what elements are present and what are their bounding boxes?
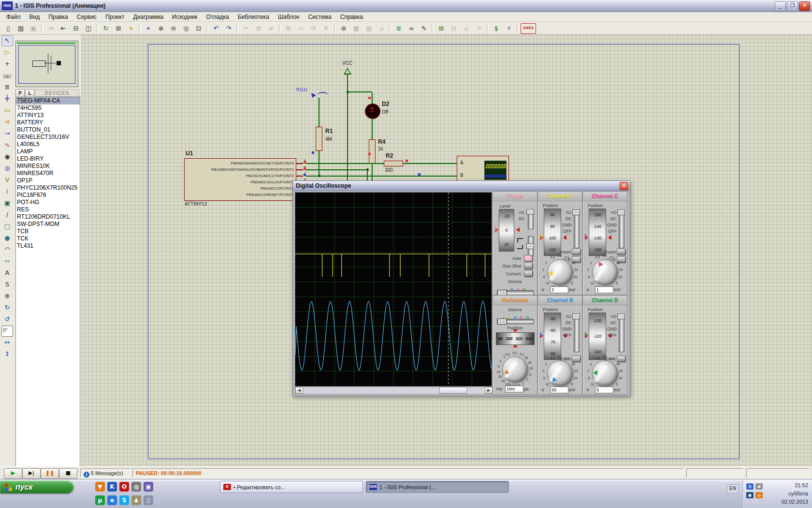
origin-button[interactable]: + (125, 23, 137, 34)
generator-tool[interactable]: ◎ (1, 163, 13, 174)
kmplayer-icon[interactable]: K (107, 482, 117, 492)
task-button-2[interactable]: ISIS1 - ISIS Professional (... (366, 481, 509, 493)
device-item[interactable]: MINRES470R (16, 170, 80, 177)
bill-of-materials-button[interactable]: $ (491, 23, 502, 34)
angle-box[interactable]: 0° (1, 326, 13, 337)
device-item[interactable]: L4006L5 (16, 141, 80, 148)
coupling-slider-thumb[interactable] (526, 243, 534, 249)
position-adjust-icon[interactable]: ↕ (538, 233, 543, 239)
opera-icon[interactable]: O (119, 482, 129, 492)
coupling-slider-thumb[interactable] (526, 209, 534, 215)
export-section-button[interactable]: ⇤ (58, 23, 69, 34)
invert-button[interactable] (572, 249, 580, 255)
minimize-button[interactable]: _ (775, 1, 786, 11)
2d-marker-tool[interactable]: ⊕ (1, 291, 13, 302)
open-file-button[interactable]: ▤ (15, 23, 27, 34)
device-item[interactable]: BATTERY (16, 119, 80, 126)
network-icon[interactable]: ⧉ (746, 483, 754, 490)
coupling-slider-thumb[interactable] (617, 209, 625, 215)
undo-button[interactable]: ↶ (210, 23, 222, 34)
device-item[interactable]: ATTINY13 (16, 112, 80, 119)
menu-item-6[interactable]: Диаграмма (129, 13, 167, 21)
search-tag-button[interactable]: ∞ (406, 23, 417, 34)
language-indicator[interactable]: EN (727, 484, 739, 493)
bus-tool[interactable]: ╪ (1, 93, 13, 105)
source-slider-track[interactable] (497, 319, 534, 324)
updater-icon[interactable]: ◎ (755, 492, 763, 498)
zoom-out-button[interactable]: ⊖ (168, 23, 179, 34)
device-item[interactable]: BUTTON_01 (16, 126, 80, 134)
device-item[interactable]: PIC16F676 (16, 192, 80, 199)
step-button[interactable]: ▶| (22, 468, 41, 479)
device-item[interactable]: MINRES10K (16, 163, 80, 170)
phone-icon[interactable]: ▯ (144, 495, 153, 505)
component-tool[interactable]: ▷ (1, 47, 13, 58)
2d-line-tool[interactable]: ∕ (1, 209, 13, 221)
cursors-button[interactable] (524, 270, 533, 277)
ie-icon[interactable]: e (107, 495, 117, 505)
coupling-slider-thumb[interactable] (572, 209, 580, 215)
menu-item-3[interactable]: Правка (44, 13, 72, 21)
zoom-area-button[interactable]: ⊡ (193, 23, 204, 34)
coupling-slider-track[interactable] (574, 209, 580, 248)
text-script-tool[interactable]: ≣ (1, 82, 13, 93)
horizontal-position-gauge[interactable]: 40330320310 (496, 332, 535, 345)
invert-button[interactable] (617, 249, 625, 255)
menu-item-10[interactable]: Шаблон (274, 13, 304, 21)
selection-tool[interactable]: ↖ (1, 35, 13, 46)
start-button[interactable]: пуск (0, 480, 73, 493)
position-gauge[interactable]: 8090100110 (544, 209, 561, 256)
u1-component[interactable]: PB0/MOSI/AIN0/OC0A/TXD/PCINT0PB1/MISO/IN… (184, 158, 296, 201)
save-tool-icon[interactable]: ▣ (144, 482, 153, 492)
oscilloscope-window[interactable]: Digital Oscilloscope ✕ ◀ ▶ TriggerLevel-… (292, 180, 630, 396)
netlist-to-ares-button[interactable]: ARES (521, 23, 536, 34)
device-item[interactable]: GENELECT10U16V (16, 134, 80, 141)
position-adjust-icon[interactable]: ↕ (583, 233, 588, 239)
device-item[interactable]: TL431 (16, 242, 80, 250)
coupling-slider-track[interactable] (619, 314, 624, 352)
oscilloscope-titlebar[interactable]: Digital Oscilloscope (293, 181, 630, 191)
monitor-icon[interactable]: ▣ (746, 492, 754, 498)
volume-icon[interactable]: ◉ (755, 483, 763, 490)
device-item[interactable]: POT-HG (16, 199, 80, 206)
junction-dot-tool[interactable]: + (1, 59, 13, 70)
device-item[interactable]: TCK (16, 235, 80, 242)
device-pin-tool[interactable]: ⊸ (1, 128, 13, 139)
2d-symbol-tool[interactable]: S (1, 279, 13, 290)
task-button-1[interactable]: O• Редактировать со... (220, 481, 363, 493)
2d-box-tool[interactable]: □ (1, 221, 13, 232)
coupling-slider-track[interactable] (574, 314, 580, 352)
gain-value-field[interactable]: 1 (595, 286, 613, 293)
device-item[interactable]: LED-BIRY (16, 155, 80, 163)
toggle-grid-button[interactable]: ⊞ (113, 23, 124, 34)
electrical-rule-check-button[interactable]: ⚡ (503, 23, 515, 34)
2d-arc-tool[interactable]: ◠ (1, 244, 13, 255)
menu-item-4[interactable]: Сервис (72, 13, 101, 21)
menu-item-7[interactable]: Исходник (168, 13, 202, 21)
graph-part[interactable]: AB (457, 156, 509, 183)
rotate-ccw-tool[interactable]: ↺ (1, 314, 13, 325)
source-slider-thumb[interactable] (497, 318, 507, 325)
pan-center-button[interactable]: ⌖ (143, 23, 154, 34)
redo-button[interactable]: ↷ (223, 23, 234, 34)
menu-item-8[interactable]: Отладка (202, 13, 233, 21)
coupling-slider-thumb[interactable] (617, 314, 625, 319)
device-item[interactable]: 74HC595 (16, 105, 80, 112)
zoom-in-button[interactable]: ⊕ (155, 23, 167, 34)
voltage-probe-tool[interactable]: V (1, 175, 13, 186)
position-adjust-icon[interactable]: ↕ (493, 225, 498, 232)
new-sheet-button[interactable]: ⊞ (435, 23, 447, 34)
utorrent-icon[interactable]: µ (95, 495, 105, 505)
rotate-cw-tool[interactable]: ↻ (1, 302, 13, 314)
scroll-thumb[interactable] (439, 387, 467, 394)
position-adjust-icon[interactable]: ↕ (583, 331, 588, 338)
invert-button[interactable] (572, 356, 580, 362)
virtual-instrument-tool[interactable]: ▣ (1, 198, 13, 209)
device-item[interactable]: RES (16, 206, 80, 213)
print-area-button[interactable]: ◫ (83, 23, 94, 34)
print-button[interactable]: ⊟ (70, 23, 82, 34)
graph-tool[interactable]: ∿ (1, 140, 13, 151)
position-gauge[interactable]: -90-80-70-60 (544, 313, 561, 360)
gain-value-field[interactable]: 10m (505, 386, 523, 392)
pick-device-button[interactable]: ⊚ (338, 23, 349, 34)
